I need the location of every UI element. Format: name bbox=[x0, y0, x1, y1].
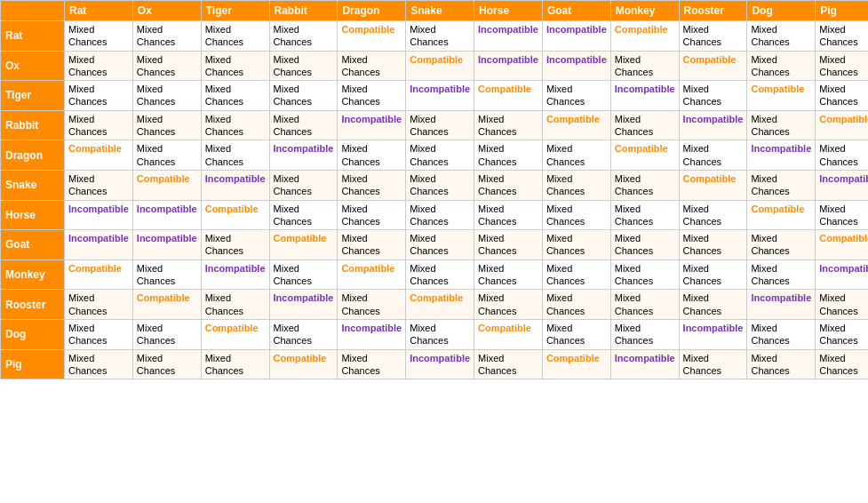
cell-dog-rat: MixedChances bbox=[65, 319, 133, 349]
cell-tiger-snake: Incompatible bbox=[406, 81, 474, 111]
cell-value: MixedChances bbox=[341, 143, 379, 166]
cell-horse-monkey: MixedChances bbox=[610, 200, 679, 230]
cell-value: MixedChances bbox=[205, 84, 243, 107]
cell-value: Compatible bbox=[819, 233, 868, 244]
table-row: RabbitMixedChancesMixedChancesMixedChanc… bbox=[1, 110, 869, 140]
cell-value: Compatible bbox=[478, 323, 531, 333]
cell-value: MixedChances bbox=[683, 143, 721, 166]
table-row: GoatIncompatibleIncompatibleMixedChances… bbox=[1, 230, 869, 260]
cell-value: Compatible bbox=[683, 173, 737, 184]
cell-rabbit-monkey: MixedChances bbox=[610, 110, 679, 140]
cell-rooster-rooster: MixedChances bbox=[679, 290, 747, 320]
cell-value: MixedChances bbox=[274, 323, 312, 346]
cell-goat-pig: Compatible bbox=[816, 230, 868, 260]
cell-value: Incompatible bbox=[274, 292, 334, 303]
cell-value: Compatible bbox=[410, 54, 463, 65]
cell-ox-rooster: Compatible bbox=[679, 51, 747, 81]
cell-value: MixedChances bbox=[546, 292, 585, 315]
cell-value: Incompatible bbox=[137, 204, 197, 214]
cell-value: MixedChances bbox=[819, 84, 857, 107]
cell-rooster-goat: MixedChances bbox=[542, 290, 610, 320]
cell-dragon-rabbit: Incompatible bbox=[269, 140, 338, 171]
cell-rooster-rabbit: Incompatible bbox=[269, 290, 338, 320]
cell-ox-dragon: MixedChances bbox=[338, 51, 406, 81]
cell-value: MixedChances bbox=[751, 263, 789, 286]
cell-dog-rabbit: MixedChances bbox=[269, 319, 338, 349]
cell-goat-snake: MixedChances bbox=[406, 230, 474, 260]
cell-value: Incompatible bbox=[274, 143, 334, 154]
cell-value: MixedChances bbox=[410, 233, 448, 256]
cell-value: MixedChances bbox=[615, 323, 653, 346]
cell-rat-horse: Incompatible bbox=[474, 21, 543, 52]
row-header-snake: Snake bbox=[1, 170, 65, 200]
cell-value: Compatible bbox=[478, 84, 531, 94]
cell-value: MixedChances bbox=[205, 54, 243, 77]
cell-rooster-ox: Compatible bbox=[132, 290, 201, 320]
cell-monkey-ox: MixedChances bbox=[132, 259, 201, 290]
cell-dog-monkey: MixedChances bbox=[610, 319, 679, 349]
cell-goat-dragon: MixedChances bbox=[338, 230, 406, 260]
cell-value: Incompatible bbox=[478, 54, 538, 65]
cell-pig-pig: MixedChances bbox=[816, 349, 868, 379]
cell-tiger-rat: MixedChances bbox=[65, 81, 133, 111]
cell-rat-rooster: MixedChances bbox=[679, 21, 747, 52]
cell-value: MixedChances bbox=[205, 24, 243, 47]
cell-value: Incompatible bbox=[683, 114, 744, 124]
cell-value: MixedChances bbox=[615, 263, 653, 286]
cell-ox-horse: Incompatible bbox=[474, 51, 543, 81]
cell-pig-tiger: MixedChances bbox=[201, 349, 269, 379]
cell-ox-goat: Incompatible bbox=[542, 51, 610, 81]
cell-value: MixedChances bbox=[615, 54, 653, 77]
row-header-ox: Ox bbox=[1, 51, 65, 81]
column-header-monkey: Monkey bbox=[610, 1, 679, 21]
cell-dragon-tiger: MixedChances bbox=[201, 140, 269, 171]
row-header-dragon: Dragon bbox=[1, 140, 65, 171]
cell-value: MixedChances bbox=[137, 323, 175, 346]
cell-value: MixedChances bbox=[205, 143, 243, 166]
cell-value: MixedChances bbox=[478, 173, 516, 196]
cell-rabbit-dog: MixedChances bbox=[747, 110, 816, 140]
row-header-pig: Pig bbox=[1, 349, 65, 379]
table-row: DogMixedChancesMixedChancesCompatibleMix… bbox=[1, 319, 869, 349]
cell-horse-rooster: MixedChances bbox=[679, 200, 747, 230]
cell-value: MixedChances bbox=[341, 84, 379, 107]
cell-snake-pig: Incompatible bbox=[816, 170, 868, 200]
cell-value: MixedChances bbox=[341, 292, 379, 315]
cell-snake-ox: Compatible bbox=[132, 170, 201, 200]
cell-horse-snake: MixedChances bbox=[406, 200, 474, 230]
cell-snake-dragon: MixedChances bbox=[338, 170, 406, 200]
cell-value: MixedChances bbox=[615, 204, 653, 227]
row-header-horse: Horse bbox=[1, 200, 65, 230]
cell-rooster-dog: Incompatible bbox=[747, 290, 816, 320]
cell-value: Incompatible bbox=[137, 233, 197, 244]
cell-goat-ox: Incompatible bbox=[132, 230, 201, 260]
cell-value: MixedChances bbox=[546, 173, 585, 196]
cell-rooster-rat: MixedChances bbox=[65, 290, 133, 320]
cell-rabbit-dragon: Incompatible bbox=[338, 110, 406, 140]
cell-value: Compatible bbox=[274, 233, 327, 244]
cell-rat-rabbit: MixedChances bbox=[269, 21, 338, 52]
cell-pig-rabbit: Compatible bbox=[269, 349, 338, 379]
cell-value: Compatible bbox=[341, 24, 394, 35]
cell-value: MixedChances bbox=[546, 84, 585, 107]
cell-monkey-goat: MixedChances bbox=[542, 259, 610, 290]
cell-value: MixedChances bbox=[683, 353, 721, 376]
cell-pig-dragon: MixedChances bbox=[338, 349, 406, 379]
cell-rooster-dragon: MixedChances bbox=[338, 290, 406, 320]
cell-dragon-horse: MixedChances bbox=[474, 140, 543, 171]
cell-tiger-rooster: MixedChances bbox=[679, 81, 747, 111]
cell-rat-rat: MixedChances bbox=[65, 21, 133, 52]
cell-value: Compatible bbox=[137, 292, 190, 303]
column-header-rooster: Rooster bbox=[679, 1, 747, 21]
cell-value: MixedChances bbox=[683, 24, 721, 47]
cell-value: MixedChances bbox=[615, 292, 653, 315]
cell-rabbit-horse: MixedChances bbox=[474, 110, 543, 140]
cell-value: MixedChances bbox=[819, 24, 857, 47]
cell-value: MixedChances bbox=[410, 173, 448, 196]
cell-value: MixedChances bbox=[274, 54, 312, 77]
cell-dragon-goat: MixedChances bbox=[542, 140, 610, 171]
cell-value: MixedChances bbox=[274, 173, 312, 196]
cell-rabbit-goat: Compatible bbox=[542, 110, 610, 140]
cell-dog-goat: MixedChances bbox=[542, 319, 610, 349]
cell-rat-tiger: MixedChances bbox=[201, 21, 269, 52]
